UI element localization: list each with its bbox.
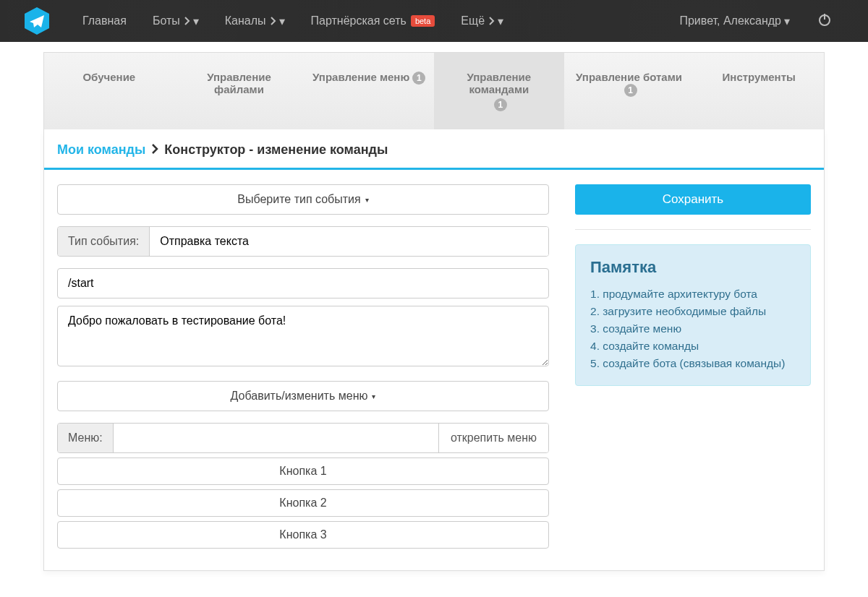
command-input[interactable] bbox=[57, 268, 549, 298]
caret-down-icon: ▾ bbox=[193, 14, 199, 28]
beta-badge: beta bbox=[411, 15, 435, 27]
memo-item[interactable]: создайте команды bbox=[590, 338, 796, 355]
chevron-right-icon bbox=[271, 17, 276, 25]
menu-button-2[interactable]: Кнопка 2 bbox=[57, 489, 549, 517]
menu-button-3[interactable]: Кнопка 3 bbox=[57, 521, 549, 549]
tab-commands-badge: 1 bbox=[494, 98, 507, 111]
caret-down-icon: ▾ bbox=[365, 196, 369, 204]
add-change-menu-dropdown[interactable]: Добавить/изменить меню ▾ bbox=[57, 381, 549, 411]
menu-label: Меню: bbox=[58, 424, 114, 452]
breadcrumb-current: Конструктор - изменение команды bbox=[164, 142, 388, 158]
save-button[interactable]: Сохранить bbox=[575, 184, 811, 215]
side-column: Сохранить Памятка продумайте архитектуру… bbox=[575, 184, 811, 549]
nav-home[interactable]: Главная bbox=[69, 0, 140, 42]
event-type-group: Тип события: bbox=[57, 226, 549, 257]
unpin-menu-button[interactable]: открепить меню bbox=[438, 424, 548, 452]
caret-down-icon: ▾ bbox=[279, 14, 285, 28]
caret-down-icon: ▾ bbox=[784, 14, 790, 28]
breadcrumb: Мои команды Конструктор - изменение кома… bbox=[44, 129, 824, 170]
memo-item[interactable]: продумайте архитектуру бота bbox=[590, 285, 796, 303]
nav-partner[interactable]: Партнёрская сеть beta bbox=[298, 0, 448, 42]
tab-bar: Обучение Управление файлами Управление м… bbox=[43, 52, 825, 129]
memo-item[interactable]: загрузите необходимые файлы bbox=[590, 303, 796, 320]
nav-bots[interactable]: Боты ▾ bbox=[140, 0, 212, 42]
tab-bots[interactable]: Управление ботами1 bbox=[564, 53, 694, 129]
tab-training[interactable]: Обучение bbox=[44, 53, 174, 129]
menu-group: Меню: открепить меню bbox=[57, 423, 549, 453]
logo[interactable] bbox=[22, 6, 52, 36]
chevron-right-icon bbox=[489, 17, 495, 25]
menu-input[interactable] bbox=[114, 424, 438, 452]
chevron-right-icon bbox=[184, 17, 190, 25]
memo-title: Памятка bbox=[590, 258, 796, 277]
chevron-right-icon bbox=[151, 142, 158, 158]
logout-icon[interactable] bbox=[803, 12, 846, 30]
event-type-label: Тип события: bbox=[58, 227, 150, 256]
caret-down-icon: ▾ bbox=[372, 392, 375, 400]
memo-item[interactable]: создайте бота (связывая команды) bbox=[590, 355, 796, 372]
form-column: Выберите тип события ▾ Тип события: Добр… bbox=[57, 184, 549, 549]
tab-menu-badge: 1 bbox=[412, 72, 425, 85]
breadcrumb-link-my-commands[interactable]: Мои команды bbox=[57, 142, 145, 158]
caret-down-icon: ▾ bbox=[498, 14, 503, 28]
nav-more[interactable]: Ещё ▾ bbox=[448, 0, 516, 42]
top-navbar: Главная Боты ▾ Каналы ▾ Партнёрская сеть… bbox=[0, 0, 868, 42]
divider bbox=[575, 229, 811, 230]
tab-commands[interactable]: Управление командами 1 bbox=[434, 53, 564, 129]
message-textarea[interactable]: Добро пожаловать в тестирование бота! bbox=[57, 306, 549, 366]
nav-user-greeting[interactable]: Привет, Александр ▾ bbox=[666, 0, 803, 42]
select-event-type-dropdown[interactable]: Выберите тип события ▾ bbox=[57, 184, 549, 215]
tab-files[interactable]: Управление файлами bbox=[174, 53, 305, 129]
tab-menu[interactable]: Управление меню1 bbox=[304, 53, 434, 129]
menu-button-1[interactable]: Кнопка 1 bbox=[57, 458, 549, 485]
event-type-input[interactable] bbox=[150, 227, 548, 256]
tab-tools[interactable]: Инструменты bbox=[694, 53, 824, 129]
nav-channels[interactable]: Каналы ▾ bbox=[212, 0, 298, 42]
tab-bots-badge: 1 bbox=[624, 84, 637, 97]
memo-item[interactable]: создайте меню bbox=[590, 320, 796, 338]
memo-box: Памятка продумайте архитектуру бота загр… bbox=[575, 244, 811, 386]
main-panel: Мои команды Конструктор - изменение кома… bbox=[43, 129, 825, 571]
